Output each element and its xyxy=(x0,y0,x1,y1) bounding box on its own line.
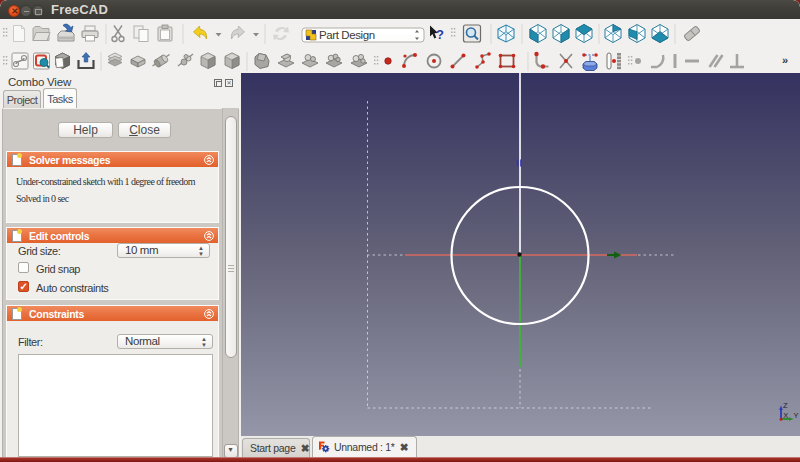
svg-text:X: X xyxy=(783,411,788,420)
svg-text:Part Design: Part Design xyxy=(319,29,375,41)
svg-text:»: » xyxy=(782,54,788,66)
svg-text:?: ? xyxy=(436,27,444,42)
svg-text:Z: Z xyxy=(783,401,788,410)
svg-text:Y: Y xyxy=(794,411,799,420)
